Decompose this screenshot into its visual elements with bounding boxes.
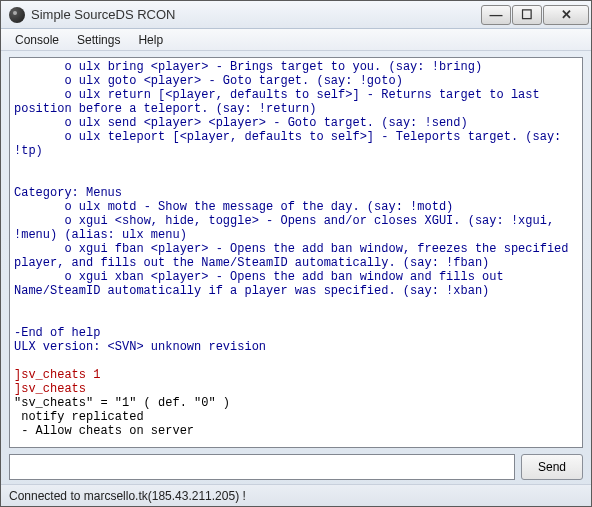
console-cmd1: ]sv_cheats 1 <box>14 368 100 382</box>
menu-bar: Console Settings Help <box>1 29 591 51</box>
close-button[interactable]: ✕ <box>543 5 589 25</box>
console-output[interactable]: o ulx bring <player> - Brings target to … <box>9 57 583 448</box>
titlebar[interactable]: Simple SourceDS RCON — ☐ ✕ <box>1 1 591 29</box>
menu-console[interactable]: Console <box>7 31 67 49</box>
menu-settings[interactable]: Settings <box>69 31 128 49</box>
console-help-text: o ulx bring <player> - Brings target to … <box>14 60 576 354</box>
client-area: o ulx bring <player> - Brings target to … <box>1 51 591 484</box>
console-response: "sv_cheats" = "1" ( def. "0" ) notify re… <box>14 396 230 438</box>
steam-icon <box>9 7 25 23</box>
window-buttons: — ☐ ✕ <box>481 5 589 25</box>
console-cmd2: ]sv_cheats <box>14 382 86 396</box>
command-input[interactable] <box>9 454 515 480</box>
status-bar: Connected to marcsello.tk(185.43.211.205… <box>1 484 591 506</box>
window-title: Simple SourceDS RCON <box>31 7 481 22</box>
minimize-button[interactable]: — <box>481 5 511 25</box>
app-window: Simple SourceDS RCON — ☐ ✕ Console Setti… <box>0 0 592 507</box>
status-text: Connected to marcsello.tk(185.43.211.205… <box>9 489 246 503</box>
maximize-button[interactable]: ☐ <box>512 5 542 25</box>
send-button[interactable]: Send <box>521 454 583 480</box>
menu-help[interactable]: Help <box>130 31 171 49</box>
input-row: Send <box>9 454 583 480</box>
